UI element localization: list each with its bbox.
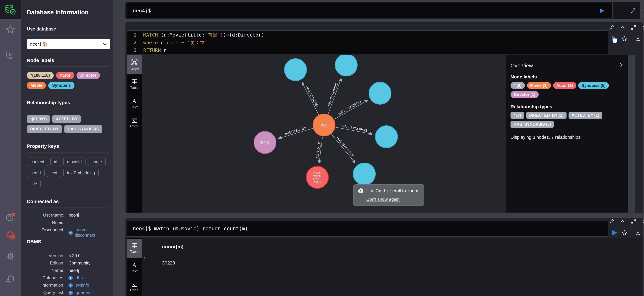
graph-canvas[interactable]: HAS_SYNOPSISHAS_SYNOPSISHAS_SYNOPSISHAS_… xyxy=(142,55,506,213)
graph-node-synopsis5[interactable] xyxy=(353,163,375,185)
chip-badge[interactable]: content xyxy=(27,158,48,166)
connected-as-title: Connected as xyxy=(27,199,109,204)
ov-pill-badge[interactable]: Actor (1) xyxy=(553,82,576,89)
tab-code[interactable]: Code xyxy=(127,113,142,132)
graph-arc-icon xyxy=(5,273,16,283)
chip-badge[interactable]: text xyxy=(47,169,61,177)
command-link[interactable]: :queries xyxy=(68,290,90,295)
tab-label: Text xyxy=(131,269,138,273)
divider xyxy=(27,109,109,109)
chip-badge[interactable]: name xyxy=(88,158,106,166)
command-link[interactable]: :dbs xyxy=(68,275,83,281)
tab-text[interactable]: AText xyxy=(127,94,142,113)
tab-table[interactable]: Table xyxy=(127,239,142,258)
collapse-frame-button[interactable] xyxy=(618,217,626,225)
node-label-badges: *(100,118)ActorDirectorMovieSynopsis xyxy=(27,72,109,89)
executed-query-input[interactable]: neo4j$ match (m:Movie) return count(m) xyxy=(127,221,608,237)
run-query-button[interactable] xyxy=(598,7,606,15)
tab-table[interactable]: Table xyxy=(127,75,142,94)
download-result-button[interactable] xyxy=(634,229,642,237)
cypher-editor-input[interactable]: neo4j$ xyxy=(127,3,613,18)
code-view-icon xyxy=(131,282,137,287)
ov-pill-badge[interactable]: Director (1) xyxy=(510,91,539,98)
pill-badge[interactable]: Actor xyxy=(56,72,74,79)
help-rail-button[interactable] xyxy=(0,210,21,225)
relationship-type-badges: *(87,997)ACTED_BYDIRECTED_BYHAS_SYNOPSIS xyxy=(27,115,109,133)
info-row: Information::sysinfo xyxy=(27,283,109,288)
relbadge-badge[interactable]: HAS_SYNOPSIS xyxy=(64,125,102,133)
overview-scrollbar[interactable] xyxy=(628,55,635,213)
graph-edge[interactable] xyxy=(302,82,318,115)
pill-badge[interactable]: Director xyxy=(77,72,100,79)
close-editor-button[interactable] xyxy=(642,7,644,15)
table-divider xyxy=(142,255,643,255)
tab-graph[interactable]: Graph xyxy=(127,55,142,74)
graph-edge[interactable] xyxy=(334,100,368,119)
chip-badge[interactable]: seqId xyxy=(27,169,44,177)
guides-rail-button[interactable] xyxy=(0,48,21,63)
tab-text[interactable]: AText xyxy=(127,258,142,277)
cypher-code-editor[interactable]: 1MATCH (n:Movie{title:'괴물'})⟶(d:Director… xyxy=(127,30,608,54)
ov-pill-badge[interactable]: Synopsis (5) xyxy=(578,82,609,89)
ov-rel-badge[interactable]: * (7) xyxy=(510,112,524,119)
ov-rel-badge[interactable]: ACTED_BY (1) xyxy=(568,112,602,119)
cloud-sync-rail-button[interactable] xyxy=(0,228,21,243)
chip-badge[interactable]: id xyxy=(50,158,61,166)
graph-node-synopsis1[interactable] xyxy=(284,59,306,81)
command-link[interactable]: :server disconnect xyxy=(68,227,109,238)
graph-edge[interactable] xyxy=(332,134,355,163)
ov-rel-badge[interactable]: HAS_SYNOPSIS (5) xyxy=(510,121,554,128)
pill-badge[interactable]: Movie xyxy=(27,82,46,89)
pill-badge[interactable]: *(100,118) xyxy=(27,72,54,79)
close-frame-button[interactable] xyxy=(641,23,644,31)
graph-node-synopsis3[interactable] xyxy=(369,82,391,104)
notification-dot xyxy=(12,213,15,216)
monitor-play-icon xyxy=(6,51,15,60)
relbadge-badge[interactable]: DIRECTED_BY xyxy=(27,125,62,133)
info-row: Query List::queries xyxy=(27,290,109,295)
chip-badge[interactable]: title xyxy=(27,180,41,188)
graph-node-synopsis4[interactable] xyxy=(375,126,398,148)
settings-rail-button[interactable] xyxy=(0,249,21,264)
graph-node-synopsis2[interactable] xyxy=(335,55,357,76)
collapse-frame-button[interactable] xyxy=(618,23,626,31)
code-line: 3RETURN n xyxy=(127,47,608,54)
code-text: RETURN n xyxy=(136,47,167,54)
close-icon xyxy=(642,219,644,224)
query-result-frame-graph: 1MATCH (n:Movie{title:'괴물'})⟶(d:Director… xyxy=(126,22,643,213)
favorites-rail-button[interactable] xyxy=(0,22,21,37)
pin-frame-button[interactable] xyxy=(608,217,616,225)
chip-badge[interactable]: movieId xyxy=(64,158,86,166)
close-frame-button[interactable] xyxy=(641,217,644,225)
command-link[interactable]: :sysinfo xyxy=(68,283,89,288)
divider xyxy=(27,35,109,35)
fullscreen-button[interactable] xyxy=(629,7,637,15)
pill-badge[interactable]: Synopsis xyxy=(48,82,74,89)
overview-summary: Displaying 8 nodes, 7 relationships. xyxy=(510,135,582,140)
icon-rail xyxy=(0,0,21,296)
ov-pill-badge[interactable]: * (8) xyxy=(510,82,525,89)
chip-badge[interactable]: textEmbedding xyxy=(64,169,99,177)
tab-code[interactable]: Code xyxy=(127,277,142,296)
relbadge-badge[interactable]: ACTED_BY xyxy=(52,115,81,123)
database-select[interactable]: neo4j 🏠 xyxy=(27,39,110,49)
relbadge-badge[interactable]: *(87,997) xyxy=(27,115,50,123)
neo4j-database-logo[interactable] xyxy=(0,0,21,19)
expand-frame-button[interactable] xyxy=(630,217,638,225)
overview-node-labels-title: Node labels xyxy=(510,74,537,79)
about-rail-button[interactable] xyxy=(0,271,21,286)
expand-icon xyxy=(630,8,636,13)
expand-frame-button[interactable] xyxy=(630,23,638,31)
favorite-query-button[interactable] xyxy=(620,229,628,237)
dont-show-again-link[interactable]: Don't show again xyxy=(366,197,400,202)
collapse-overview-button[interactable] xyxy=(617,61,625,69)
ov-pill-badge[interactable]: Movie (1) xyxy=(527,82,551,89)
favorite-query-button[interactable] xyxy=(620,34,628,42)
download-result-button[interactable] xyxy=(634,34,642,42)
rerun-query-button[interactable] xyxy=(610,229,618,237)
divider xyxy=(27,66,109,67)
graph-node-caption: 송강호,박해일,배두나,변희... xyxy=(313,171,321,183)
ov-rel-badge[interactable]: DIRECTED_BY (1) xyxy=(526,112,566,119)
pin-frame-button[interactable] xyxy=(608,23,616,31)
use-database-label: Use database xyxy=(27,26,109,31)
